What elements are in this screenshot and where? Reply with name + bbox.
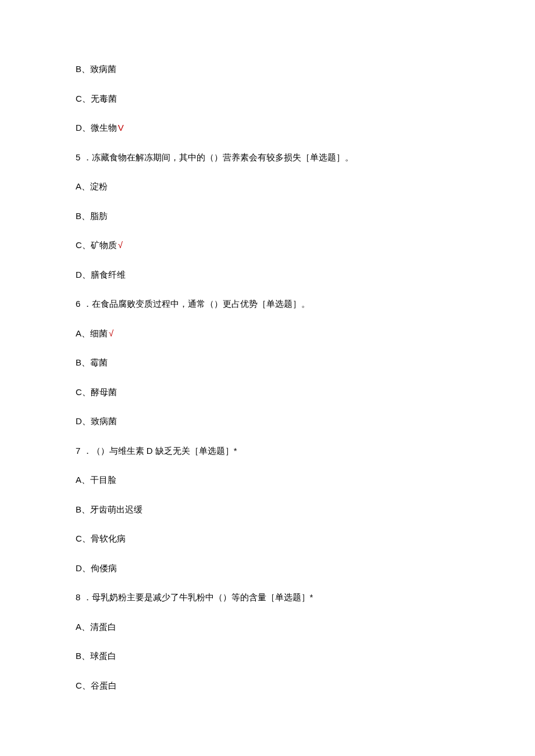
text-line: D、佝偻病	[76, 562, 459, 575]
line-text: 冻藏食物在解冻期间，其中的（）营养素会有较多损失［单选题］。	[92, 152, 354, 162]
line-prefix: D、	[76, 123, 91, 132]
line-text: 无毒菌	[91, 94, 117, 103]
line-prefix: A、	[76, 181, 90, 191]
line-text: 淀粉	[90, 181, 108, 191]
text-line: B、致病菌	[76, 63, 459, 76]
text-line: 5 ．冻藏食物在解冻期间，其中的（）营养素会有较多损失［单选题］。	[76, 151, 459, 164]
text-line: B、脂肪	[76, 210, 459, 223]
text-line: C、矿物质√	[76, 239, 459, 252]
line-prefix: B、	[76, 504, 90, 514]
text-line: B、球蛋白	[76, 650, 459, 663]
line-text: 脂肪	[90, 211, 108, 221]
text-line: B、霉菌	[76, 356, 459, 370]
line-text: 骨软化病	[91, 533, 126, 543]
line-prefix: C、	[76, 94, 91, 103]
line-prefix: 5 ．	[76, 152, 92, 162]
line-prefix: A、	[76, 475, 90, 485]
correct-mark-icon: √	[109, 328, 113, 338]
text-line: 8 ．母乳奶粉主要是减少了牛乳粉中（）等的含量［单选题］*	[76, 591, 459, 604]
line-text: 谷蛋白	[91, 680, 117, 690]
line-prefix: B、	[76, 64, 90, 74]
line-prefix: D、	[76, 270, 91, 280]
line-text: 酵母菌	[91, 387, 117, 397]
text-line: A、细菌√	[76, 327, 459, 341]
line-prefix: C、	[76, 240, 91, 250]
line-text: 母乳奶粉主要是减少了牛乳粉中（）等的含量［单选题］*	[92, 592, 313, 602]
line-text: 球蛋白	[90, 651, 116, 661]
line-text: （）与维生素 D 缺乏无关［单选题］*	[92, 446, 237, 456]
text-line: A、干目脸	[76, 474, 459, 487]
line-text: 霉菌	[90, 357, 108, 367]
line-text: 矿物质	[91, 240, 117, 250]
text-line: 7 ．（）与维生素 D 缺乏无关［单选题］*	[76, 445, 459, 458]
text-line: D、微生物V	[76, 121, 459, 135]
line-text: 致病菌	[91, 416, 117, 426]
line-text: 清蛋白	[90, 622, 116, 632]
line-text: 膳食纤维	[91, 270, 126, 280]
line-text: 微生物	[91, 123, 117, 132]
line-prefix: B、	[76, 211, 90, 221]
line-prefix: D、	[76, 563, 91, 573]
text-line: 6 ．在食品腐败变质过程中，通常（）更占优势［单选题］。	[76, 298, 459, 311]
line-prefix: 7 ．	[76, 446, 92, 456]
text-line: C、骨软化病	[76, 532, 459, 546]
text-line: C、无毒菌	[76, 92, 459, 106]
text-line: B、牙齿萌出迟缓	[76, 503, 459, 517]
line-text: 干目脸	[90, 475, 116, 485]
line-prefix: B、	[76, 651, 90, 661]
line-text: 在食品腐败变质过程中，通常（）更占优势［单选题］。	[92, 299, 310, 309]
line-text: 致病菌	[90, 64, 116, 74]
line-prefix: B、	[76, 357, 90, 367]
line-prefix: 8 ．	[76, 592, 92, 602]
text-line: C、酵母菌	[76, 386, 459, 399]
line-text: 牙齿萌出迟缓	[90, 504, 142, 514]
text-line: D、膳食纤维	[76, 268, 459, 282]
correct-mark-icon: V	[118, 123, 124, 132]
text-line: A、淀粉	[76, 180, 459, 194]
line-prefix: 6 ．	[76, 299, 92, 309]
text-line: D、致病菌	[76, 415, 459, 428]
line-text: 佝偻病	[91, 563, 117, 573]
line-prefix: A、	[76, 328, 90, 338]
text-line: A、清蛋白	[76, 621, 459, 634]
line-prefix: C、	[76, 387, 91, 397]
line-prefix: A、	[76, 622, 90, 632]
line-prefix: D、	[76, 416, 91, 426]
line-text: 细菌	[90, 328, 108, 338]
document-content: B、致病菌C、无毒菌D、微生物V5 ．冻藏食物在解冻期间，其中的（）营养素会有较…	[76, 63, 459, 692]
line-prefix: C、	[76, 680, 91, 690]
correct-mark-icon: √	[118, 240, 123, 250]
line-prefix: C、	[76, 533, 91, 543]
text-line: C、谷蛋白	[76, 679, 459, 693]
